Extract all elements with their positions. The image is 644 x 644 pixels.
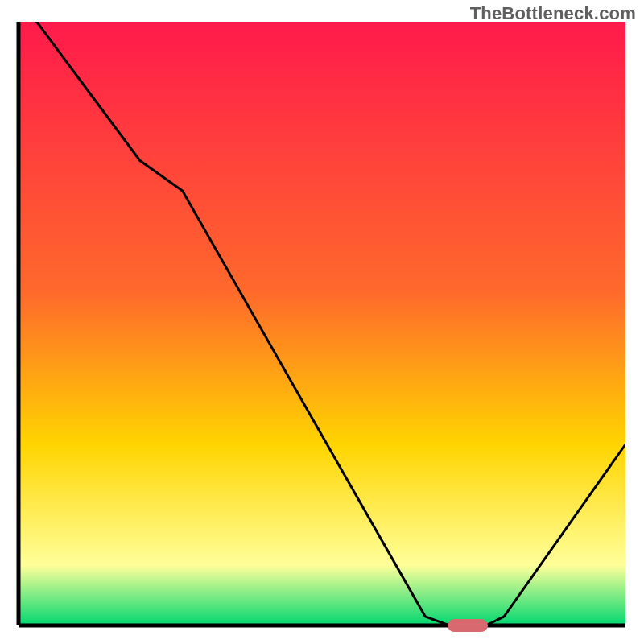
bottleneck-curve-chart [0,0,644,644]
optimum-marker [448,620,487,632]
chart-frame: TheBottleneck.com [0,0,644,644]
gradient-background [19,22,625,625]
